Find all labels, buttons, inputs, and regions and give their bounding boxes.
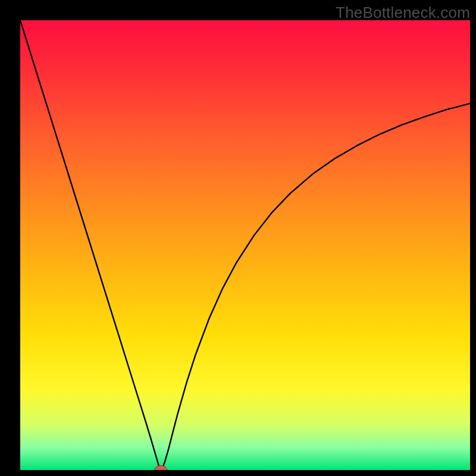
plot-area bbox=[20, 20, 470, 470]
watermark-text: TheBottleneck.com bbox=[336, 4, 470, 22]
gradient-background bbox=[20, 20, 470, 470]
chart-frame: TheBottleneck.com bbox=[0, 0, 476, 476]
chart-svg bbox=[20, 20, 470, 470]
